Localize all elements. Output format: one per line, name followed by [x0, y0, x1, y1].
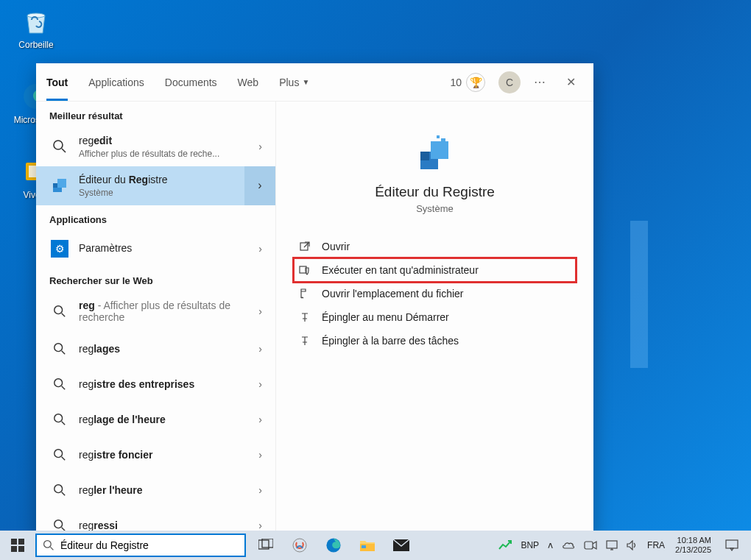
tab-all[interactable]: Tout — [36, 63, 78, 101]
windows-start-accent — [630, 221, 648, 368]
search-icon — [49, 339, 70, 359]
tab-more[interactable]: Plus▼ — [269, 63, 320, 101]
svg-rect-26 — [431, 141, 448, 159]
web-result-reg[interactable]: reg - Afficher plus de résultats de rech… — [36, 292, 275, 332]
svg-rect-30 — [300, 243, 308, 250]
section-best-match: Meilleur résultat — [36, 102, 275, 127]
svg-point-9 — [54, 306, 63, 314]
action-pin-start[interactable]: Épingler au menu Démarrer — [294, 305, 576, 329]
search-results-list: Meilleur résultat regedit Afficher plus … — [36, 102, 276, 537]
search-detail-pane: Éditeur du Registre Système Ouvrir Exécu… — [276, 102, 593, 537]
chevron-right-icon[interactable]: › — [253, 243, 268, 255]
taskbar-search-box[interactable] — [35, 534, 246, 557]
settings-icon: ⚙ — [49, 238, 70, 259]
chevron-right-icon[interactable]: › — [253, 520, 268, 531]
chevron-right-icon[interactable]: › — [253, 414, 268, 425]
result-title: reg - Afficher plus de résultats de rech… — [79, 300, 253, 325]
search-icon — [49, 136, 70, 157]
taskbar-edge[interactable] — [317, 531, 350, 560]
taskbar-copilot[interactable] — [283, 531, 317, 560]
svg-rect-8 — [53, 183, 57, 188]
search-icon — [49, 480, 70, 500]
close-button[interactable]: ✕ — [560, 72, 582, 92]
chevron-right-icon[interactable]: › — [253, 378, 268, 390]
web-result-reglage-heure[interactable]: reglage de l'heure › — [36, 402, 275, 437]
result-title: regedit — [79, 135, 253, 147]
svg-rect-7 — [57, 179, 66, 188]
result-title: reglage de l'heure — [79, 414, 253, 426]
tab-documents[interactable]: Documents — [155, 63, 228, 101]
chevron-right-icon[interactable]: › — [253, 343, 268, 355]
svg-line-16 — [62, 422, 66, 425]
action-run-as-admin[interactable]: Exécuter en tant qu'administrateur — [294, 258, 576, 282]
windows-icon — [11, 539, 24, 552]
svg-line-18 — [62, 457, 66, 461]
action-open-file-location[interactable]: Ouvrir l'emplacement du fichier — [294, 282, 576, 305]
tray-volume-icon[interactable] — [622, 531, 643, 560]
action-label: Épingler à la barre des tâches — [322, 335, 459, 347]
registry-large-icon — [415, 134, 456, 175]
rewards-badge[interactable]: 10 🏆 — [450, 73, 485, 92]
web-result-registre-entreprises[interactable]: registre des entreprises › — [36, 366, 275, 402]
action-open[interactable]: Ouvrir — [294, 235, 576, 258]
windows-search-panel: Tout Applications Documents Web Plus▼ 10… — [36, 63, 593, 537]
desktop-recycle-bin[interactable]: Corbeille — [10, 6, 62, 50]
svg-line-20 — [62, 492, 66, 496]
result-title: regler l'heure — [79, 484, 253, 497]
svg-rect-29 — [437, 135, 440, 138]
tab-web[interactable]: Web — [228, 63, 269, 101]
taskbar: BNP ʌ FRA 10:18 AM 2/13/2025 — [0, 531, 751, 560]
chevron-right-icon[interactable]: › — [253, 484, 268, 496]
web-result-reglages[interactable]: reglages › — [36, 331, 275, 366]
tray-meet-now-icon[interactable] — [579, 531, 602, 560]
web-result-regler-heure[interactable]: regler l'heure › — [36, 472, 275, 508]
taskbar-explorer[interactable] — [350, 531, 384, 560]
folder-icon — [298, 288, 311, 300]
tray-date: 2/13/2025 — [675, 545, 711, 555]
chevron-right-icon[interactable]: › — [253, 305, 268, 317]
result-registry-editor[interactable]: Éditeur du Registre Système › — [36, 166, 275, 205]
action-pin-taskbar[interactable]: Épingler à la barre des tâches — [294, 329, 576, 352]
tray-language[interactable]: FRA — [643, 531, 669, 560]
tray-clock[interactable]: 10:18 AM 2/13/2025 — [669, 536, 717, 555]
tray-notifications-icon[interactable] — [717, 531, 747, 560]
user-avatar[interactable]: C — [498, 71, 521, 93]
svg-point-11 — [54, 344, 63, 352]
show-desktop-button[interactable] — [747, 531, 751, 560]
action-label: Exécuter en tant qu'administrateur — [322, 264, 479, 276]
action-label: Ouvrir — [322, 241, 350, 252]
detail-title: Éditeur du Registre — [375, 184, 495, 200]
tray-bnp-label[interactable]: BNP — [516, 531, 543, 560]
svg-point-17 — [54, 450, 63, 458]
result-title: Éditeur du Registre — [79, 174, 268, 186]
result-title: reglages — [79, 343, 253, 355]
recycle-bin-icon — [21, 6, 52, 37]
taskbar-mail[interactable] — [384, 531, 418, 560]
svg-line-14 — [62, 386, 66, 390]
svg-line-5 — [62, 149, 66, 152]
svg-rect-45 — [585, 542, 593, 549]
chevron-right-icon[interactable]: › — [253, 449, 268, 461]
task-view-button[interactable] — [249, 531, 283, 560]
start-button[interactable] — [0, 531, 35, 560]
svg-rect-32 — [11, 539, 17, 545]
result-title: registre foncier — [79, 449, 253, 461]
svg-rect-33 — [18, 539, 24, 545]
search-icon — [49, 301, 70, 322]
search-panel-header: Tout Applications Documents Web Plus▼ 10… — [36, 63, 593, 102]
open-icon — [298, 241, 311, 252]
tray-onedrive-icon[interactable] — [557, 531, 579, 560]
tab-apps[interactable]: Applications — [78, 63, 155, 101]
tray-overflow-icon[interactable]: ʌ — [543, 531, 557, 560]
more-options-button[interactable]: ⋯ — [534, 75, 547, 89]
chevron-right-icon[interactable]: › — [253, 141, 268, 152]
trophy-icon: 🏆 — [466, 73, 485, 92]
tray-stock-icon[interactable] — [494, 531, 516, 560]
result-settings[interactable]: ⚙ Paramètres › — [36, 231, 275, 266]
web-result-registre-foncier[interactable]: registre foncier › — [36, 437, 275, 472]
taskbar-search-input[interactable] — [60, 539, 239, 551]
tray-network-icon[interactable] — [602, 531, 622, 560]
svg-line-37 — [50, 547, 53, 550]
chevron-right-icon[interactable]: › — [244, 166, 275, 205]
result-regedit[interactable]: regedit Afficher plus de résultats de re… — [36, 127, 275, 166]
